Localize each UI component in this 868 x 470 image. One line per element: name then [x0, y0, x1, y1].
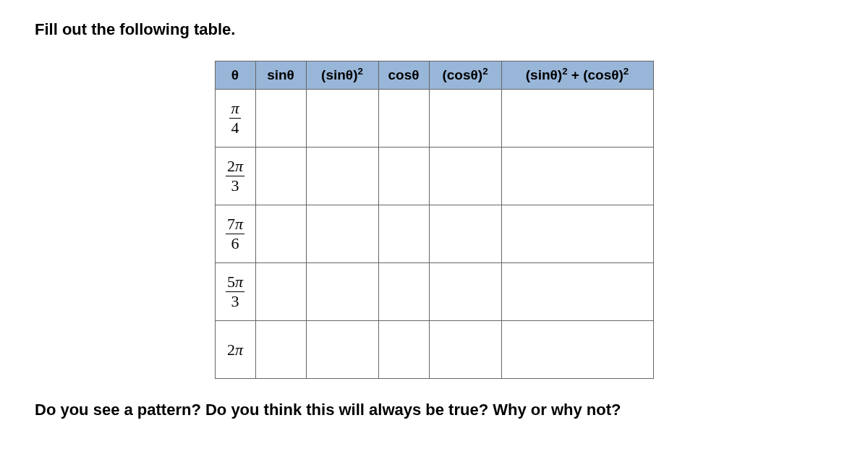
table-row: 5π3: [215, 263, 653, 321]
sin-cell: [255, 321, 306, 379]
table-row: 2π: [215, 321, 653, 379]
sin-cell: [255, 90, 306, 148]
cos-cell: [378, 90, 429, 148]
header-cos: cosθ: [378, 61, 429, 90]
sin-cell: [255, 263, 306, 321]
angle-cell: 2π: [215, 321, 255, 379]
cos2-cell: [429, 263, 501, 321]
sin-cell: [255, 205, 306, 263]
sin2-cell: [306, 321, 378, 379]
header-row: θ sinθ (sinθ)2 cosθ (cosθ)2 (sinθ)2 + (c…: [215, 61, 653, 90]
header-cos-squared: (cosθ)2: [429, 61, 501, 90]
cos2-cell: [429, 205, 501, 263]
table-row: 2π3: [215, 148, 653, 205]
sin2-cell: [306, 263, 378, 321]
angle-cell: 2π3: [215, 148, 255, 205]
instruction-top: Fill out the following table.: [35, 20, 833, 39]
sum-cell: [501, 148, 653, 205]
sum-cell: [501, 321, 653, 379]
table-row: 7π6: [215, 205, 653, 263]
sum-cell: [501, 205, 653, 263]
cos2-cell: [429, 321, 501, 379]
cos-cell: [378, 321, 429, 379]
cos-cell: [378, 148, 429, 205]
angle-cell: 5π3: [215, 263, 255, 321]
cos2-cell: [429, 148, 501, 205]
sin2-cell: [306, 205, 378, 263]
trig-table: θ sinθ (sinθ)2 cosθ (cosθ)2 (sinθ)2 + (c…: [215, 61, 654, 379]
angle-cell: π4: [215, 90, 255, 148]
header-sum: (sinθ)2 + (cosθ)2: [501, 61, 653, 90]
sum-cell: [501, 90, 653, 148]
sin2-cell: [306, 90, 378, 148]
question-bottom: Do you see a pattern? Do you think this …: [35, 401, 833, 419]
table-container: θ sinθ (sinθ)2 cosθ (cosθ)2 (sinθ)2 + (c…: [35, 61, 833, 379]
cos2-cell: [429, 90, 501, 148]
header-theta: θ: [215, 61, 255, 90]
angle-cell: 7π6: [215, 205, 255, 263]
sin2-cell: [306, 148, 378, 205]
sum-cell: [501, 263, 653, 321]
sin-cell: [255, 148, 306, 205]
cos-cell: [378, 205, 429, 263]
header-sin: sinθ: [255, 61, 306, 90]
header-sin-squared: (sinθ)2: [306, 61, 378, 90]
table-row: π4: [215, 90, 653, 148]
cos-cell: [378, 263, 429, 321]
